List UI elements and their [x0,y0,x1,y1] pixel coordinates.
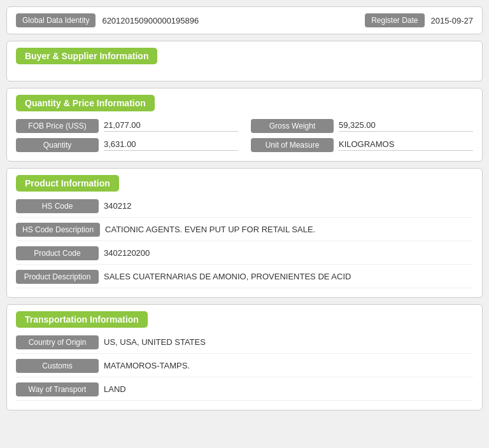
way-transport-row: Way of Transport LAND [16,382,473,401]
product-desc-row: Product Description SALES CUATERNARIAS D… [16,270,473,288]
fob-value: 21,077.00 [104,120,238,132]
hs-code-label: HS Code [16,199,99,213]
way-transport-value: LAND [104,384,473,395]
product-code-row: Product Code 3402120200 [16,246,473,265]
buyer-supplier-section: Buyer & Supplier Information [6,41,483,81]
gross-weight-row: Gross Weight 59,325.00 [251,119,473,133]
hs-code-value: 340212 [104,201,473,212]
quantity-row: Quantity 3,631.00 [16,138,238,152]
customs-label: Customs [16,359,99,373]
top-row: Global Data Identity 6201201509000001958… [6,6,483,34]
hs-code-row: HS Code 340212 [16,199,473,218]
global-identity-label: Global Data Identity [16,13,96,27]
fob-label: FOB Price (USS) [16,119,99,133]
hs-desc-label: HS Code Description [16,223,100,237]
hs-desc-row: HS Code Description CATIONIC AGENTS. EVE… [16,223,473,241]
hs-desc-value: CATIONIC AGENTS. EVEN PUT UP FOR RETAIL … [105,225,473,235]
product-code-value: 3402120200 [104,248,473,259]
unit-measure-value: KILOGRAMOS [339,139,473,151]
product-fields: HS Code 340212 HS Code Description CATIO… [16,199,473,288]
transportation-header: Transportation Information [16,311,148,328]
country-origin-value: US, USA, UNITED STATES [104,337,473,348]
customs-row: Customs MATAMOROS-TAMPS. [16,359,473,377]
way-transport-label: Way of Transport [16,382,99,396]
quantity-price-header: Quantity & Price Information [16,95,155,111]
product-desc-label: Product Description [16,270,99,284]
unit-measure-row: Unit of Measure KILOGRAMOS [251,138,473,152]
register-date-value: 2015-09-27 [431,16,474,25]
gross-weight-value: 59,325.00 [339,120,473,132]
gross-weight-label: Gross Weight [251,119,334,133]
product-info-header: Product Information [16,175,119,192]
customs-value: MATAMOROS-TAMPS. [104,361,473,372]
register-date-label: Register Date [365,13,424,27]
quantity-price-right: Gross Weight 59,325.00 Unit of Measure K… [251,119,473,152]
quantity-value: 3,631.00 [104,139,238,151]
quantity-price-fields: FOB Price (USS) 21,077.00 Quantity 3,631… [16,119,473,152]
quantity-price-left: FOB Price (USS) 21,077.00 Quantity 3,631… [16,119,238,152]
product-info-section: Product Information HS Code 340212 HS Co… [6,168,483,298]
fob-row: FOB Price (USS) 21,077.00 [16,119,238,133]
product-desc-value: SALES CUATERNARIAS DE AMONIO, PROVENIENT… [104,272,473,283]
unit-measure-label: Unit of Measure [251,138,334,152]
transportation-section: Transportation Information Country of Or… [6,304,483,410]
country-origin-row: Country of Origin US, USA, UNITED STATES [16,335,473,354]
quantity-price-section: Quantity & Price Information FOB Price (… [6,88,483,162]
page-container: Global Data Identity 6201201509000001958… [6,6,483,410]
transportation-fields: Country of Origin US, USA, UNITED STATES… [16,335,473,401]
global-identity-value: 620120150900000195896 [102,16,358,25]
quantity-label: Quantity [16,138,99,152]
buyer-supplier-header: Buyer & Supplier Information [16,48,157,64]
country-origin-label: Country of Origin [16,335,99,349]
product-code-label: Product Code [16,246,99,260]
